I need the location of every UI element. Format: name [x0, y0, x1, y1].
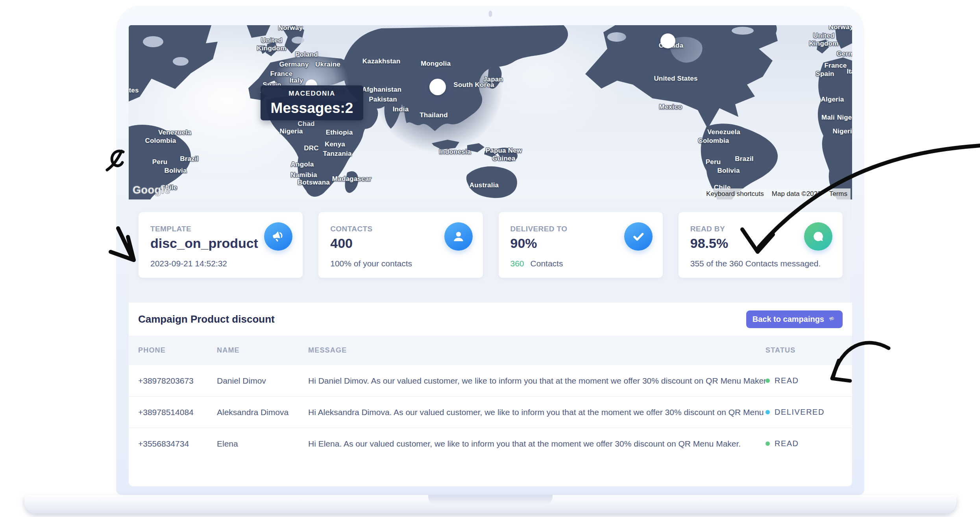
column-header-message: MESSAGE [308, 346, 766, 355]
cell-status: READ [766, 376, 843, 385]
back-to-campaigns-button[interactable]: Back to campaings [746, 310, 843, 328]
map-country-label: Brazil [735, 155, 754, 163]
map-country-label: Poland [295, 51, 318, 59]
stat-value: 98.5% [690, 236, 728, 251]
map-country-label: DRC [304, 144, 318, 152]
stat-subtext: 2023-09-21 14:52:32 [150, 259, 227, 268]
map-country-label: Norway [829, 25, 852, 31]
chat-icon [804, 222, 832, 251]
map-country-label: Australia [470, 181, 499, 189]
map-marker[interactable] [660, 33, 675, 48]
status-dot [766, 441, 770, 446]
stat-subtext: 100% of your contacts [330, 259, 412, 268]
map-country-label: Algeria [821, 96, 844, 103]
map-country-label: United Kingdom [809, 32, 838, 47]
google-logo[interactable]: Google [133, 184, 170, 196]
map-country-label: Nigeria [279, 127, 303, 135]
stat-label: TEMPLATE [150, 225, 191, 233]
stat-label: DELIVERED TO [510, 225, 568, 233]
map-country-label: Mali [821, 114, 835, 122]
laptop-base [24, 495, 956, 513]
campaign-title: Campaign Product discount [138, 313, 275, 325]
status-dot [766, 410, 770, 414]
map-country-label: Venezuela [158, 129, 191, 137]
tooltip-country: MACEDONIA [288, 90, 335, 98]
map-country-label: Italy [289, 77, 303, 85]
megaphone-icon [264, 222, 292, 251]
map-country-label: United States [654, 75, 697, 83]
map-country-label: United Kingdom [257, 37, 286, 52]
map-country-label: South Korea [453, 81, 494, 89]
map-country-label: Tanzania [323, 150, 351, 158]
map-country-label: Thailand [420, 111, 448, 119]
cell-name: Elena [217, 439, 308, 449]
map-country-label: Colombia [145, 137, 176, 145]
map-attribution: Keyboard shortcuts Map data ©2023 Terms [703, 188, 851, 199]
map-country-label: Kenya [325, 140, 345, 148]
map-marker[interactable] [429, 79, 446, 95]
keyboard-shortcuts-link[interactable]: Keyboard shortcuts [703, 188, 767, 199]
stat-value: disc_on_product [150, 236, 258, 251]
laptop-notch [428, 495, 553, 504]
stat-subtext-main: 355 of the 360 Contacts messaged. [690, 259, 821, 268]
terms-link[interactable]: Terms [826, 188, 851, 199]
map-country-label: India [393, 105, 409, 113]
map-data-label: Map data ©2023 [769, 188, 825, 199]
stat-label: CONTACTS [330, 225, 372, 233]
megaphone-icon [828, 315, 836, 323]
table-header-row: PHONENAMEMESSAGESTATUS [129, 336, 852, 365]
map-country-label: Chad [298, 120, 314, 128]
world-map[interactable]: United StatesVenezuelaColombiaBrazilPeru… [129, 25, 852, 199]
stat-subtext-main: Contacts [531, 259, 563, 268]
back-button-label: Back to campaings [753, 315, 824, 324]
map-country-label: Papua New Guinea [486, 147, 522, 162]
cell-message: Hi Elena. As our valued customer, we lik… [308, 439, 766, 449]
stat-subtext-main: 2023-09-21 14:52:32 [150, 259, 227, 268]
cell-status: READ [766, 439, 843, 448]
map-country-label: Madagascar [332, 175, 372, 183]
cell-phone: +38978203673 [138, 376, 217, 386]
map-country-label: Bolivia [717, 167, 740, 175]
map-country-label: Ethiopia [326, 129, 353, 137]
map-tooltip: MACEDONIA Messages:2 [261, 85, 363, 120]
map-country-label: Namibia [290, 171, 317, 179]
cell-name: Aleksandra Dimova [217, 408, 308, 417]
dashboard: United StatesVenezuelaColombiaBrazilPeru… [129, 25, 852, 486]
map-country-label: Venezuela [707, 128, 740, 136]
stat-value: 400 [330, 236, 353, 251]
map-country-label: Germany [836, 50, 852, 58]
cell-phone: +3556834734 [138, 439, 217, 449]
map-country-label: Botswana [298, 179, 330, 186]
check-icon [624, 222, 653, 251]
map-country-label: Ukraine [315, 61, 340, 68]
table-row: +3556834734ElenaHi Elena. As our valued … [129, 428, 852, 459]
map-country-label: Niger [837, 114, 852, 122]
map-country-label: Indonesia [439, 148, 471, 156]
map-country-label: Kazakhstan [362, 57, 400, 65]
column-header-status: STATUS [766, 346, 843, 355]
stat-card-contacts: CONTACTS400100% of your contacts [318, 212, 483, 278]
map-country-label: Brazil [180, 155, 199, 163]
map-country-label: Mexico [659, 103, 682, 111]
map-country-label: Angola [291, 161, 314, 168]
table-body: +38978203673Daniel DimovHi Daniel Dimov.… [129, 365, 852, 459]
user-icon [444, 222, 473, 251]
cell-message: Hi Daniel Dimov. As our valued customer,… [308, 376, 766, 386]
table-row: +38978514084Aleksandra DimovaHi Aleksand… [129, 396, 852, 428]
stat-label: READ BY [690, 225, 725, 233]
cell-name: Daniel Dimov [217, 376, 308, 386]
map-country-label: Bolivia [164, 167, 187, 175]
map-country-label: Colombia [698, 137, 729, 145]
map-country-label: Afghanistan [362, 86, 401, 94]
table-row: +38978203673Daniel DimovHi Daniel Dimov.… [129, 365, 852, 396]
stat-subtext-main: 100% of your contacts [330, 259, 412, 268]
webcam-dot [488, 11, 492, 17]
map-country-label: Norway [278, 25, 303, 32]
column-header-name: NAME [217, 346, 308, 355]
page: United StatesVenezuelaColombiaBrazilPeru… [0, 0, 980, 517]
stat-subtext: 355 of the 360 Contacts messaged. [690, 259, 821, 268]
campaign-panel: Campaign Product discount Back to campai… [129, 303, 852, 486]
map-country-label: Mongolia [421, 60, 451, 68]
map-country-label: Pakistan [369, 96, 397, 103]
column-header-phone: PHONE [138, 346, 217, 355]
